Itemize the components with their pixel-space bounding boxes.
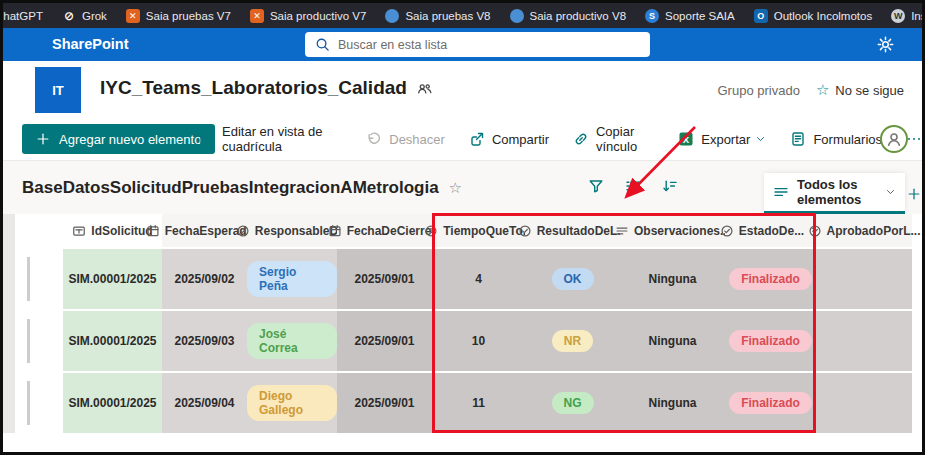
chevron-down-icon [885,187,896,198]
cell-fechaCierre[interactable]: 2025/09/01 [337,311,432,371]
bookmark-item[interactable]: Saia productivo V8 [510,9,627,23]
cell-fechaCierre[interactable]: 2025/09/01 [337,249,432,309]
star-icon[interactable]: ☆ [449,179,462,197]
column-header-label: IdSolicitud [91,224,152,238]
value-pill: Finalizado [729,268,812,290]
bookmark-item[interactable]: ⊘Grok [62,9,107,23]
cell-resultado[interactable]: NG [525,373,620,433]
cell-observaciones[interactable]: Ninguna [620,373,725,433]
sort-descending-icon[interactable] [662,178,678,194]
site-logo[interactable]: IT [35,67,81,113]
command-copiar-v-nculo[interactable]: Copiar vínculo [573,124,654,154]
command-exportar[interactable]: XExportar [678,131,766,147]
cell-aprobado[interactable] [816,311,912,371]
bookmark-item[interactable]: WInstructivos automatiz... [891,9,922,23]
cell-responsable[interactable]: Sergio Peña [247,249,337,309]
chevron-down-icon [755,134,766,145]
command-bar: Agregar nuevo elemento Editar en vista d… [3,118,922,161]
command-compartir[interactable]: Compartir [469,131,549,147]
cell-responsable[interactable]: José Correa [247,311,337,371]
cell-sel[interactable] [22,373,63,433]
value-pill: Sergio Peña [247,261,337,297]
table-row[interactable]: SIM.00001/20252025/09/03José Correa2025/… [22,311,912,371]
command-deshacer[interactable]: Deshacer [366,131,445,147]
column-header-resultado[interactable]: ResultadoDeL... [525,214,620,247]
cell-estado[interactable]: Finalizado [725,249,816,309]
saia-v7-icon: ✕ [126,9,140,23]
ellipsis-icon [906,131,922,147]
cell-responsable[interactable]: Diego Gallego [247,373,337,433]
bookmark-item[interactable]: OOutlook Incolmotos [754,9,872,23]
view-selector[interactable]: Todos los elementos [764,173,905,214]
column-header-observaciones[interactable]: Observaciones... [620,214,725,247]
cell-sel[interactable] [22,311,63,371]
column-header-tiempo[interactable]: 1TiempoQueTo... [432,214,525,247]
bookmark-item[interactable]: SSoporte SAIA [645,9,735,23]
cell-fechaEsperada[interactable]: 2025/09/02 [162,249,247,309]
command-editar-en-vista-de-cuadr-cula[interactable]: Editar en vista de cuadrícula [199,124,342,154]
gear-icon[interactable] [877,36,894,53]
view-list-icon[interactable] [625,178,641,194]
add-view-plus-icon[interactable] [907,187,921,201]
excel-icon: X [678,131,694,147]
column-header-label: ResultadoDeL... [537,224,628,238]
search-box[interactable] [305,32,650,57]
command-label: Editar en vista de cuadrícula [222,124,342,154]
column-header-fechaEsperada[interactable]: FechaEsperada... [162,214,247,247]
bookmark-label: Saia productivo V8 [530,10,627,22]
search-input[interactable] [338,38,640,52]
add-new-item-button[interactable]: Agregar nuevo elemento [22,124,215,154]
bookmark-label: Saia pruebas V7 [146,10,231,22]
bookmark-item[interactable]: ✕Saia pruebas V7 [126,9,231,23]
sharepoint-brand[interactable]: SharePoint [52,36,129,52]
table-row[interactable]: SIM.00001/20252025/09/02Sergio Peña2025/… [22,249,912,309]
follow-button[interactable]: ☆ No se sigue [816,81,904,99]
cell-aprobado[interactable] [816,249,912,309]
cell-fechaEsperada[interactable]: 2025/09/04 [162,373,247,433]
bookmark-item[interactable]: ChatGPT [3,9,43,23]
cell-id[interactable]: SIM.00001/2025 [63,311,162,371]
column-header-fechaCierre[interactable]: FechaDeCierre... [337,214,432,247]
cell-sel[interactable] [22,249,63,309]
cell-id[interactable]: SIM.00001/2025 [63,249,162,309]
people-icon [417,81,432,96]
undo-icon [366,131,382,147]
list-header-bar: BaseDatosSolicitudPruebasIntegracionAMet… [3,161,922,214]
column-header-estado[interactable]: EstadoDe... [725,214,816,247]
column-header-sel[interactable] [22,214,63,247]
grok-icon: ⊘ [62,9,76,23]
site-header: IT IYC_Teams_Laboratorios_Calidad Grupo … [3,61,922,118]
site-title: IYC_Teams_Laboratorios_Calidad [100,77,407,99]
cell-resultado[interactable]: NR [525,311,620,371]
check-circle-icon [808,224,822,238]
column-header-aprobado[interactable]: AprobadoPorL... [816,214,912,247]
bookmark-label: ChatGPT [3,10,43,22]
cell-aprobado[interactable] [816,373,912,433]
cell-observaciones[interactable]: Ninguna [620,311,725,371]
column-header-responsable[interactable]: ResponsableD... [247,214,337,247]
text-field-icon [72,224,86,238]
table-row[interactable]: SIM.00001/20252025/09/04Diego Gallego202… [22,373,912,433]
plus-icon [36,132,50,146]
cell-estado[interactable]: Finalizado [725,373,816,433]
column-header-label: AprobadoPorL... [827,224,921,238]
bookmark-item[interactable]: ✕Saia productivo V7 [250,9,367,23]
cell-fechaEsperada[interactable]: 2025/09/03 [162,311,247,371]
multiline-icon [615,224,629,238]
cell-observaciones[interactable]: Ninguna [620,249,725,309]
value-pill: Finalizado [729,392,812,414]
cell-id[interactable]: SIM.00001/2025 [63,373,162,433]
avatar[interactable] [880,125,908,153]
command-formularios[interactable]: Formularios [790,131,882,147]
view-selector-label: Todos los elementos [797,177,875,207]
cell-fechaCierre[interactable]: 2025/09/01 [337,373,432,433]
command-more[interactable] [906,131,922,147]
filter-icon[interactable] [588,178,604,194]
cell-resultado[interactable]: OK [525,249,620,309]
cell-estado[interactable]: Finalizado [725,311,816,371]
table-header-row: IdSolicitudFechaEsperada...ResponsableD.… [22,214,912,247]
cell-tiempo[interactable]: 10 [432,311,525,371]
bookmark-item[interactable]: Saia pruebas V8 [385,9,490,23]
cell-tiempo[interactable]: 11 [432,373,525,433]
cell-tiempo[interactable]: 4 [432,249,525,309]
